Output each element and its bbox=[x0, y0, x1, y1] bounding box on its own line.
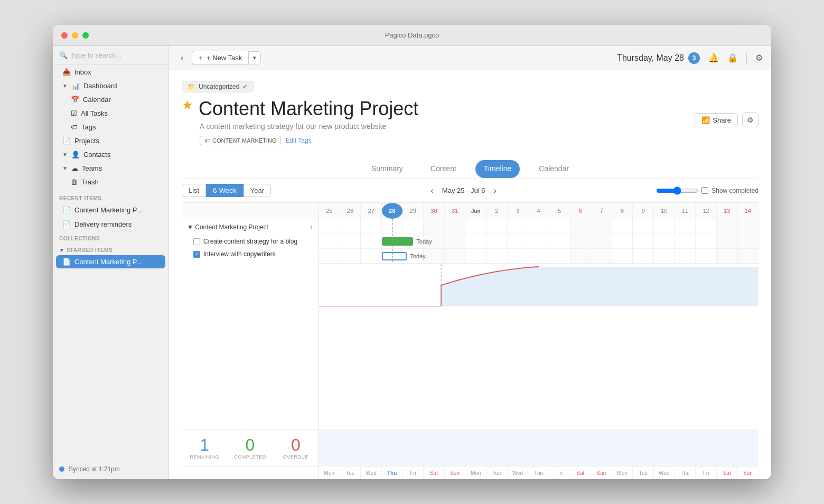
gantt-cell-11 bbox=[549, 219, 570, 234]
view-tab-6week[interactable]: 6-Week bbox=[206, 184, 244, 197]
bell-icon[interactable]: 🔔 bbox=[708, 53, 719, 63]
new-task-main-button[interactable]: + + New Task bbox=[192, 51, 248, 65]
date-cell-2: 27 bbox=[361, 203, 382, 219]
task-checkbox-1[interactable] bbox=[193, 238, 200, 245]
day-cell-3: Thu bbox=[382, 466, 403, 479]
gantt-cell-13 bbox=[591, 219, 612, 234]
gantt-cell-1 bbox=[340, 219, 361, 234]
date-nav: ‹ May 25 - Jul 6 › bbox=[428, 185, 500, 197]
days-right: MonTueWedThuFriSatSunMonTueWedThuFriSatS… bbox=[319, 466, 759, 479]
collections-header: COLLECTIONS bbox=[53, 231, 168, 243]
sidebar-starred-item-1[interactable]: 📄 Content Marketing P... bbox=[56, 255, 165, 268]
view-tab-list[interactable]: List bbox=[182, 184, 206, 197]
project-header: 📁 Uncategorized ✔ ★ Content Marketing Pr… bbox=[182, 81, 759, 154]
gantt-cell-14 bbox=[612, 234, 633, 248]
gantt-cell-2 bbox=[361, 249, 382, 263]
sidebar-item-teams[interactable]: ▼ ☁ Teams bbox=[56, 162, 165, 175]
gantt-cell-14 bbox=[612, 249, 633, 263]
sidebar-item-all-tasks[interactable]: ☑ All Tasks bbox=[56, 107, 165, 120]
task-checkbox-2[interactable]: ✓ bbox=[193, 251, 200, 258]
next-date-button[interactable]: › bbox=[491, 185, 500, 197]
add-task-icon[interactable]: + bbox=[310, 223, 313, 231]
tab-content[interactable]: Content bbox=[422, 160, 465, 178]
calendar-header: 25262728293031Jun234567891011121314 bbox=[182, 202, 759, 219]
burndown-area bbox=[319, 264, 759, 306]
sidebar-item-dashboard[interactable]: ▼ 📊 Dashboard bbox=[56, 79, 165, 92]
maximize-button[interactable] bbox=[82, 32, 89, 39]
gantt-header-spacer bbox=[319, 219, 759, 234]
share-label: Share bbox=[713, 116, 731, 124]
gantt-cell-16 bbox=[654, 219, 675, 234]
tags-row: 🏷 CONTENT MARKETING Edit Tags bbox=[182, 136, 759, 145]
expand-icon: ▼ bbox=[62, 83, 68, 89]
gantt-cell-18 bbox=[696, 249, 717, 263]
gantt-cell-19 bbox=[717, 234, 738, 248]
task-row-2: ✓ Interview with copywriters bbox=[182, 248, 319, 260]
date-cell-20: 14 bbox=[738, 203, 759, 219]
recent-item-1-label: Content Marketing P... bbox=[74, 206, 142, 214]
gantt-cell-9 bbox=[508, 249, 529, 263]
gantt-cell-5 bbox=[424, 249, 445, 263]
gantt-cell-20 bbox=[738, 249, 759, 263]
sidebar-item-contacts[interactable]: ▼ 👤 Contacts bbox=[56, 148, 165, 161]
calendar-icon: 📅 bbox=[71, 96, 79, 104]
zoom-slider[interactable] bbox=[656, 186, 698, 195]
tab-timeline[interactable]: Timeline bbox=[475, 160, 520, 178]
projects-icon: 📄 bbox=[62, 137, 71, 145]
gantt-bar-2[interactable] bbox=[382, 252, 407, 260]
new-task-dropdown-button[interactable]: ▾ bbox=[248, 51, 261, 64]
inbox-icon: 📥 bbox=[62, 68, 71, 76]
day-cell-20: Sun bbox=[738, 466, 759, 479]
date-cell-19: 13 bbox=[717, 203, 738, 219]
notification-badge[interactable]: 3 bbox=[688, 52, 700, 64]
date-cell-17: 11 bbox=[675, 203, 696, 219]
date-cell-1: 26 bbox=[340, 203, 361, 219]
sidebar-item-inbox[interactable]: 📥 Inbox bbox=[56, 66, 165, 79]
gantt-cell-2 bbox=[361, 219, 382, 234]
sidebar-item-projects[interactable]: 📄 Projects bbox=[56, 134, 165, 147]
category-tag[interactable]: 📁 Uncategorized ✔ bbox=[182, 81, 254, 92]
date-cell-12: 6 bbox=[570, 203, 592, 219]
tab-summary[interactable]: Summary bbox=[363, 160, 411, 178]
cal-left-panel bbox=[182, 203, 319, 219]
content-tag[interactable]: 🏷 CONTENT MARKETING bbox=[200, 136, 281, 145]
tab-calendar[interactable]: Calendar bbox=[530, 160, 577, 178]
task-group-header: ▼ Content Marketing Project + bbox=[182, 219, 319, 235]
burndown-chart bbox=[319, 264, 759, 306]
date-cell-8: 2 bbox=[486, 203, 508, 219]
edit-tags-link[interactable]: Edit Tags bbox=[285, 137, 311, 144]
share-button[interactable]: 📶 Share bbox=[695, 113, 738, 127]
gantt-cell-6 bbox=[445, 249, 466, 263]
gantt-cell-13 bbox=[591, 249, 612, 263]
gantt-cell-0 bbox=[319, 234, 340, 248]
gantt-cell-18 bbox=[696, 234, 717, 248]
sync-status: Synced at 1:21pm bbox=[53, 459, 168, 479]
back-button[interactable]: ‹ bbox=[177, 52, 186, 64]
minimize-button[interactable] bbox=[72, 32, 78, 39]
sidebar-item-tags[interactable]: 🏷 Tags bbox=[56, 120, 165, 134]
search-bar[interactable]: 🔍 Type to search... bbox=[53, 46, 168, 65]
contacts-expand-icon: ▼ bbox=[62, 152, 68, 157]
sidebar-recent-item-1[interactable]: 📄 Content Marketing P... bbox=[56, 203, 165, 217]
project-settings-button[interactable]: ⚙ bbox=[742, 113, 759, 127]
dates-row: 25262728293031Jun234567891011121314 bbox=[319, 203, 759, 219]
view-tab-year[interactable]: Year bbox=[244, 184, 271, 197]
new-task-label: + New Task bbox=[207, 54, 242, 62]
sidebar-item-trash[interactable]: 🗑 Trash bbox=[56, 175, 165, 189]
star-icon[interactable]: ★ bbox=[182, 98, 193, 113]
sidebar-recent-item-2[interactable]: 📄 Delivery reminders bbox=[56, 218, 165, 231]
close-button[interactable] bbox=[61, 32, 68, 39]
gantt-cell-12 bbox=[570, 249, 592, 263]
gear-icon[interactable]: ⚙ bbox=[755, 53, 763, 63]
contacts-icon: 👤 bbox=[71, 151, 80, 158]
day-cell-1: Tue bbox=[340, 466, 361, 479]
gantt-bar-1[interactable] bbox=[382, 237, 413, 246]
task-group-name: Content Marketing Project bbox=[195, 223, 268, 231]
gantt-cell-6 bbox=[445, 234, 466, 248]
show-completed-checkbox[interactable] bbox=[701, 187, 708, 194]
lock-icon[interactable]: 🔒 bbox=[727, 53, 738, 63]
sidebar-item-calendar[interactable]: 📅 Calendar bbox=[56, 93, 165, 106]
starred-item-1-label: Content Marketing P... bbox=[74, 258, 142, 266]
prev-date-button[interactable]: ‹ bbox=[428, 185, 437, 197]
gantt-cell-19 bbox=[717, 219, 738, 234]
